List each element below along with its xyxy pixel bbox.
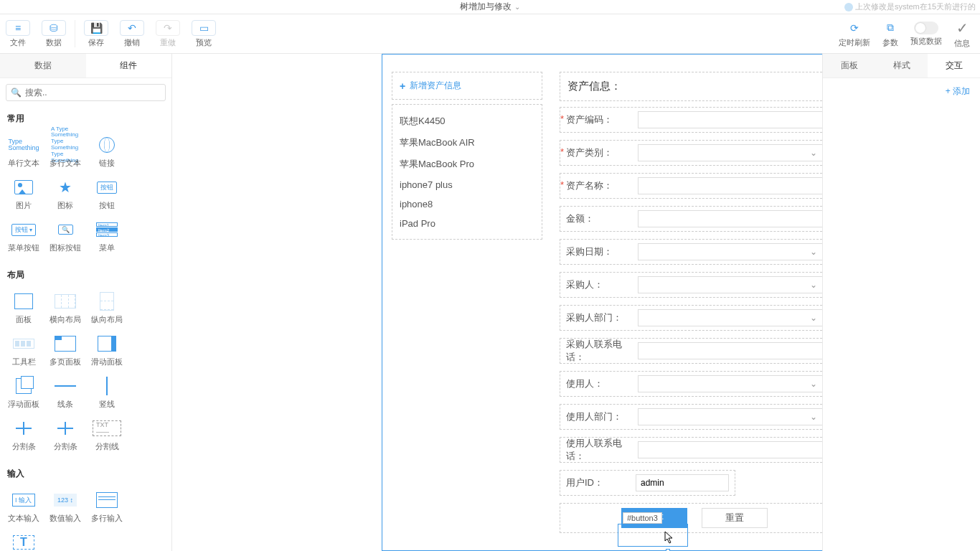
form-row: 资产编码：	[560, 107, 822, 133]
toolbar-label: 撤销	[124, 37, 140, 48]
tree-item[interactable]: iPad Pro	[400, 214, 534, 233]
toolbar-label: 文件	[10, 37, 26, 48]
component-多行文本[interactable]: A Type SomethingType SomethingType Somet…	[44, 131, 86, 173]
component-图片[interactable]: 图片	[3, 173, 44, 215]
form-input[interactable]	[638, 441, 822, 458]
add-asset-button[interactable]: + 新增资产信息	[392, 72, 542, 100]
component-图标按钮[interactable]: 🔍图标按钮	[44, 215, 86, 258]
tab-style[interactable]: 样式	[875, 54, 928, 77]
component-按钮[interactable]: 按钮按钮	[86, 173, 128, 215]
plus-icon: +	[400, 80, 405, 92]
canvas[interactable]: + 新增资产信息 联想K4450苹果MacBook AIR苹果MacBook P…	[172, 54, 822, 551]
component-icon: Item1Item2Item3	[93, 220, 121, 240]
component-label: 面板	[16, 314, 32, 325]
form-row: 采购人部门：⌄	[560, 305, 822, 331]
db-icon: ⛁	[42, 20, 66, 36]
toolbar-label: 数据	[46, 37, 62, 48]
component-纵向布局[interactable]: 纵向布局	[86, 287, 128, 329]
tree-item[interactable]: 苹果MacBook AIR	[400, 132, 534, 154]
component-icon: Type Something	[9, 135, 38, 155]
component-浮动面板[interactable]: 浮动面板	[3, 372, 44, 414]
component-线条[interactable]: 线条	[44, 372, 86, 414]
search-input[interactable]	[25, 88, 161, 98]
component-菜单按钮[interactable]: 按钮 ▾菜单按钮	[3, 215, 44, 258]
form-input[interactable]	[638, 177, 822, 194]
component-分割条[interactable]: 分割条	[3, 414, 44, 456]
reset-button[interactable]: 重置	[702, 508, 768, 528]
redo-icon: ↷	[156, 20, 180, 36]
form-input[interactable]	[638, 210, 822, 227]
toggle-icon	[914, 22, 938, 34]
form-input[interactable]	[638, 375, 822, 392]
right-panel: 面板 样式 交互 + 添加	[822, 54, 980, 551]
component-icon	[51, 376, 80, 396]
component-多行输入[interactable]: 多行输入	[86, 486, 128, 528]
component-菜单[interactable]: Item1Item2Item3菜单	[86, 215, 128, 258]
component-icon	[9, 177, 38, 197]
component-单行文本[interactable]: Type Something单行文本	[3, 131, 44, 173]
tab-data[interactable]: 数据	[0, 54, 86, 77]
form-label: 资产编码：	[566, 113, 638, 126]
add-interaction-button[interactable]: + 添加	[823, 78, 980, 105]
component-多页面板[interactable]: 多页面板	[44, 329, 86, 372]
component-文本输入[interactable]: I 输入文本输入	[3, 486, 44, 528]
toolbar-menu-button[interactable]: ≡文件	[0, 14, 36, 53]
component-面板[interactable]: 面板	[3, 287, 44, 329]
form-input[interactable]	[638, 408, 822, 425]
search-box[interactable]: 🔍	[6, 84, 166, 101]
component-链接[interactable]: 链接	[86, 131, 128, 173]
form-input[interactable]	[638, 276, 822, 293]
preview-icon: ▭	[192, 20, 216, 36]
component-图标[interactable]: ★图标	[44, 173, 86, 215]
page-title[interactable]: 树增加与修改 ⌄	[460, 1, 520, 13]
tab-panel[interactable]: 面板	[823, 54, 875, 77]
component-icon	[51, 334, 80, 354]
tree-item[interactable]: iphone7 plus	[400, 175, 534, 194]
tree-item[interactable]: 联想K4450	[400, 110, 534, 132]
section-input: 输入	[0, 462, 171, 486]
toolbar-db-button[interactable]: ⛁数据	[36, 14, 72, 53]
toolbar-label: 定时刷新	[839, 37, 870, 48]
form-input[interactable]	[638, 243, 822, 260]
component-label: 分割条	[12, 441, 36, 452]
form-row: 采购人：⌄	[560, 272, 822, 298]
tree-item[interactable]: iphone8	[400, 194, 534, 214]
component-富文本输[interactable]: T富文本输	[3, 528, 44, 551]
canvas-content: + 新增资产信息 联想K4450苹果MacBook AIR苹果MacBook P…	[392, 57, 822, 545]
toolbar-toggle-button[interactable]: 预览数据	[908, 14, 944, 53]
component-分割线[interactable]: TXT——分割线	[86, 414, 128, 456]
toolbar-params-button[interactable]: ⧉参数	[872, 14, 908, 53]
form-input[interactable]	[638, 342, 822, 359]
toolbar-preview-button[interactable]: ▭预览	[186, 14, 222, 53]
component-分割条[interactable]: 分割条	[44, 414, 86, 456]
form-label: 资产名称：	[566, 179, 638, 192]
toolbar-save-button[interactable]: 💾保存	[78, 14, 114, 53]
component-icon	[9, 291, 38, 311]
toolbar-check-button[interactable]: ✓信息	[944, 14, 980, 53]
component-label: 滑动面板	[91, 357, 123, 367]
form-input[interactable]	[638, 309, 822, 326]
component-label: 纵向布局	[91, 314, 123, 325]
form-input[interactable]	[638, 144, 822, 161]
tab-component[interactable]: 组件	[86, 54, 172, 77]
component-滑动面板[interactable]: 滑动面板	[86, 329, 128, 372]
tree-item[interactable]: 苹果MacBook Pro	[400, 154, 534, 175]
component-icon: 按钮	[93, 177, 121, 197]
form-row: 采购人联系电话：	[560, 338, 822, 364]
form-label: 使用人部门：	[566, 410, 638, 423]
component-label: 竖线	[99, 399, 115, 410]
section-common: 常用	[0, 107, 171, 131]
component-icon	[93, 135, 121, 155]
component-工具栏[interactable]: 工具栏	[3, 329, 44, 372]
component-横向布局[interactable]: 横向布局	[44, 287, 86, 329]
component-icon	[9, 418, 38, 438]
tab-interact[interactable]: 交互	[928, 54, 980, 77]
component-数值输入[interactable]: 123 ↕数值输入	[44, 486, 86, 528]
component-label: 浮动面板	[8, 399, 39, 410]
component-竖线[interactable]: 竖线	[86, 372, 128, 414]
form-input[interactable]	[638, 111, 822, 128]
user-id-input[interactable]	[636, 474, 729, 491]
toolbar-refresh-button[interactable]: ⟳定时刷新	[837, 14, 872, 53]
toolbar-undo-button[interactable]: ↶撤销	[114, 14, 150, 53]
component-icon: 按钮 ▾	[9, 220, 38, 240]
